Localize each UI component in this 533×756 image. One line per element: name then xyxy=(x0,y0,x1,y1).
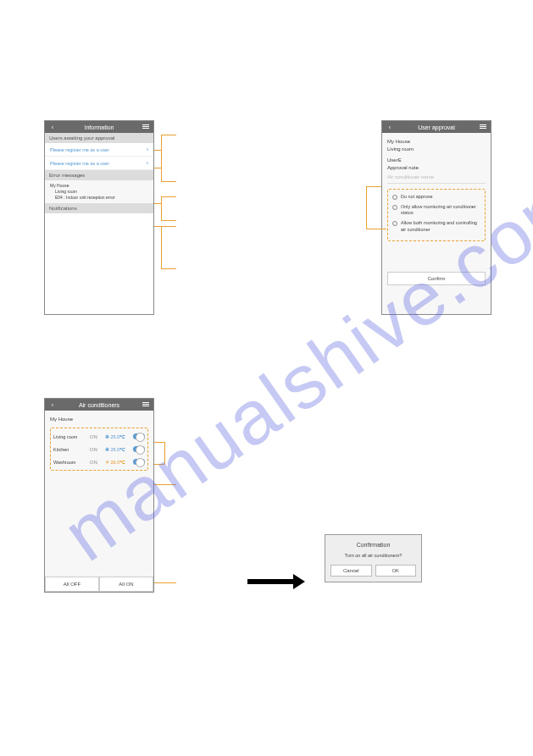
ac-state: ON xyxy=(90,434,97,439)
callout-line xyxy=(161,181,176,182)
house-label: My House xyxy=(387,138,486,146)
approval-options: Do not approve Only allow monitoring air… xyxy=(387,189,486,241)
callout-line xyxy=(161,135,176,135)
toggle-switch[interactable] xyxy=(133,433,145,439)
toggle-switch[interactable] xyxy=(133,446,145,452)
chevron-right-icon: › xyxy=(147,160,148,166)
callout-line xyxy=(161,226,176,227)
cancel-button[interactable]: Cancel xyxy=(330,565,372,577)
back-icon[interactable]: ‹ xyxy=(386,124,394,130)
callout-line xyxy=(161,268,176,269)
house-label: My House xyxy=(50,414,148,424)
confirmation-dialog: Confirmation Turn on all air conditioner… xyxy=(325,534,422,582)
section-notifications: Notifications xyxy=(45,203,153,213)
callout-line xyxy=(164,442,165,464)
approval-row[interactable]: Please register me as a user › xyxy=(45,157,153,170)
section-errors: Error messages xyxy=(45,170,153,180)
approval-row-text: Please register me as a user xyxy=(50,147,109,152)
room-label: Living room xyxy=(387,146,486,153)
sun-icon: ☀ xyxy=(105,460,109,465)
header-title: Air conditioners xyxy=(57,402,142,408)
user-label: UserE xyxy=(387,157,486,164)
snowflake-icon: ✽ xyxy=(105,434,109,439)
dialog-message: Turn on all air conditioners? xyxy=(330,553,416,558)
ac-state: ON xyxy=(90,460,97,465)
phone-user-approval: ‹ User approval My House Living room Use… xyxy=(381,120,491,315)
all-off-button[interactable]: All OFF xyxy=(45,577,99,592)
ok-button[interactable]: OK xyxy=(375,565,417,577)
ac-footer: All OFF All ON xyxy=(45,577,153,592)
ac-room-name: Washroom xyxy=(53,460,82,465)
radio-option[interactable]: Only allow monitoring air conditioner st… xyxy=(392,204,480,217)
callout-line xyxy=(154,168,161,168)
radio-icon xyxy=(392,195,397,200)
approval-row-text: Please register me as a user xyxy=(50,161,109,166)
radio-icon xyxy=(392,221,397,226)
dialog-title: Confirmation xyxy=(330,542,416,548)
ac-room-name: Living room xyxy=(53,434,82,439)
error-block: My House Living room E04 : Indoor unit r… xyxy=(45,180,153,203)
callout-line xyxy=(161,226,162,268)
header: ‹ User approval xyxy=(382,121,491,133)
approval-note-label: Approval note xyxy=(387,164,486,172)
phone-information: ‹ Information Users awaiting your approv… xyxy=(44,120,154,315)
arrow-icon xyxy=(247,576,307,588)
callout-line xyxy=(161,196,176,197)
confirm-button[interactable]: Confirm xyxy=(387,272,486,285)
callout-line xyxy=(366,186,381,187)
callout-line xyxy=(161,196,162,220)
all-on-button[interactable]: All ON xyxy=(99,577,153,592)
radio-label: Only allow monitoring air conditioner st… xyxy=(401,204,480,217)
snowflake-icon: ✽ xyxy=(105,447,109,452)
callout-line xyxy=(154,582,176,583)
error-room: Living room xyxy=(50,189,148,195)
radio-option[interactable]: Do not approve xyxy=(392,194,480,201)
ac-temp: ☀26.0℃ xyxy=(105,460,126,465)
callout-line xyxy=(366,229,386,229)
error-message: E04 : Indoor unit reception error xyxy=(50,195,148,201)
ac-row[interactable]: Kitchen ON ✽25.0℃ xyxy=(51,443,147,455)
callout-line xyxy=(154,442,164,443)
toggle-switch[interactable] xyxy=(133,459,145,465)
header-title: User approval xyxy=(394,124,479,130)
header: ‹ Air conditioners xyxy=(45,399,153,411)
error-house: My House xyxy=(50,183,148,189)
radio-label: Do not approve xyxy=(401,194,433,201)
callout-line xyxy=(366,186,367,229)
callout-line xyxy=(154,150,161,151)
callout-line xyxy=(154,203,161,204)
radio-option[interactable]: Allow both monitoring and controlling ai… xyxy=(392,220,480,233)
callout-line xyxy=(161,220,176,221)
chevron-right-icon: › xyxy=(147,146,148,152)
section-approval: Users awaiting your approval xyxy=(45,133,153,143)
callout-line xyxy=(154,484,176,485)
ac-list: Living room ON ✽25.0℃ Kitchen ON ✽25.0℃ … xyxy=(50,428,148,471)
approval-row[interactable]: Please register me as a user › xyxy=(45,143,153,157)
menu-icon[interactable] xyxy=(142,401,150,408)
callout-line xyxy=(161,135,162,181)
ac-state: ON xyxy=(90,447,97,452)
ac-row[interactable]: Washroom ON ☀26.0℃ xyxy=(51,455,147,468)
ac-name-input[interactable]: Air conditioner name xyxy=(387,172,486,184)
radio-icon xyxy=(392,205,397,210)
header-title: Information xyxy=(57,124,142,130)
radio-label: Allow both monitoring and controlling ai… xyxy=(401,220,480,233)
ac-room-name: Kitchen xyxy=(53,447,82,452)
back-icon[interactable]: ‹ xyxy=(48,402,57,408)
ac-temp: ✽25.0℃ xyxy=(105,447,126,452)
header: ‹ Information xyxy=(45,121,153,133)
menu-icon[interactable] xyxy=(479,124,487,130)
ac-row[interactable]: Living room ON ✽25.0℃ xyxy=(51,430,147,443)
ac-temp: ✽25.0℃ xyxy=(105,434,126,439)
callout-line xyxy=(154,226,161,227)
menu-icon[interactable] xyxy=(142,124,150,130)
back-icon[interactable]: ‹ xyxy=(48,124,57,130)
callout-line xyxy=(154,464,164,465)
phone-air-conditioners: ‹ Air conditioners My House Living room … xyxy=(44,398,154,593)
